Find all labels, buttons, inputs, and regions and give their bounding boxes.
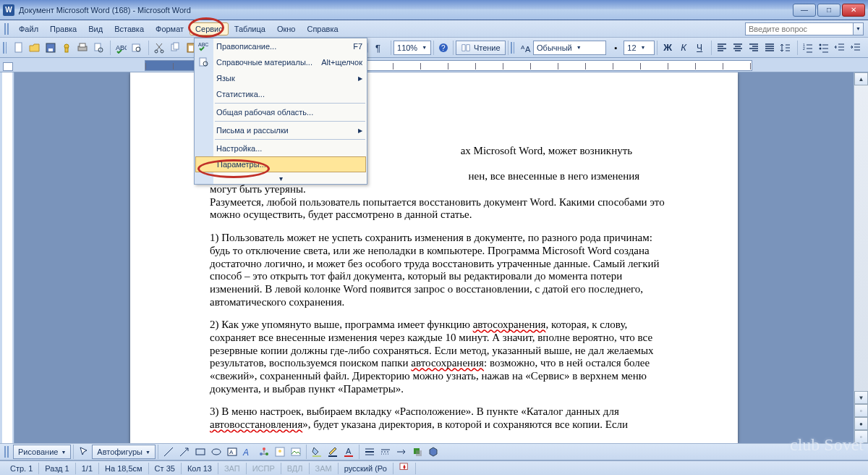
menu-options[interactable]: Параметры...	[195, 156, 366, 172]
save-icon[interactable]	[43, 40, 59, 56]
status-spellbook-icon[interactable]	[393, 463, 416, 474]
menu-research[interactable]: Справочные материалы...Alt+щелчок	[195, 54, 367, 70]
status-ovr[interactable]: ЗАМ	[310, 463, 339, 474]
toolbar-handle-icon[interactable]	[511, 42, 514, 54]
autoshapes-button[interactable]: Автофигуры▼	[92, 445, 156, 459]
svg-text:A: A	[346, 447, 352, 455]
menu-insert[interactable]: Вставка	[109, 22, 150, 35]
status-trk[interactable]: ИСПР	[247, 463, 281, 474]
menu-format[interactable]: Формат	[150, 22, 190, 35]
vertical-scrollbar[interactable]: ▲ ▼ ◦ ● ◦	[854, 72, 868, 443]
status-language[interactable]: русский (Ро	[339, 463, 393, 474]
fill-color-icon[interactable]	[309, 444, 325, 460]
browse-object-icon[interactable]: ●	[854, 417, 868, 430]
menu-wordcount[interactable]: Статистика...	[195, 86, 367, 102]
decrease-indent-icon[interactable]	[832, 40, 848, 56]
bold-icon[interactable]: Ж	[660, 40, 676, 56]
toolbar-handle-icon[interactable]	[4, 446, 9, 458]
status-rec[interactable]: ЗАП	[218, 463, 247, 474]
svg-rect-54	[312, 455, 321, 457]
rectangle-icon[interactable]	[192, 444, 208, 460]
status-ext[interactable]: ВДЛ	[281, 463, 310, 474]
arrow-style-icon[interactable]	[393, 444, 409, 460]
increase-indent-icon[interactable]	[848, 40, 864, 56]
menu-help[interactable]: Справка	[301, 22, 344, 35]
line-style-icon[interactable]	[362, 444, 378, 460]
styles-pane-icon[interactable]: AA	[519, 40, 533, 56]
help-question-input[interactable]	[745, 22, 854, 35]
research-icon[interactable]	[129, 40, 145, 56]
menu-file[interactable]: Файл	[13, 22, 44, 35]
3d-icon[interactable]	[425, 444, 441, 460]
underline-icon[interactable]: Ч	[692, 40, 707, 56]
menu-letters-mailings[interactable]: Письма и рассылки▶	[195, 122, 367, 138]
permission-icon[interactable]	[59, 40, 75, 56]
scroll-down-icon[interactable]: ▼	[854, 391, 868, 404]
zoom-select[interactable]: 110%▼	[393, 41, 431, 55]
pilcrow-icon[interactable]: ¶	[371, 40, 387, 56]
select-objects-icon[interactable]	[76, 444, 92, 460]
toolbar-handle-icon[interactable]	[3, 42, 7, 54]
tools-dropdown-menu: ABC Правописание...F7 Справочные материа…	[194, 38, 367, 185]
menu-edit[interactable]: Правка	[44, 22, 82, 35]
diagram-icon[interactable]	[256, 444, 272, 460]
status-page-count: 1/1	[76, 463, 99, 474]
vertical-ruler[interactable]	[0, 72, 14, 443]
font-name-dd-icon[interactable]: ▪	[609, 40, 622, 56]
drawing-menu-button[interactable]: Рисование▼	[13, 445, 71, 459]
chevron-down-icon[interactable]: ▼	[854, 22, 864, 35]
copy-icon[interactable]	[167, 40, 183, 56]
bullets-icon[interactable]	[816, 40, 832, 56]
wordart-icon[interactable]: A	[240, 444, 256, 460]
line-spacing-icon[interactable]	[778, 40, 793, 56]
menu-spelling[interactable]: ABC Правописание...F7	[195, 38, 367, 54]
align-right-icon[interactable]	[746, 40, 762, 56]
menu-shared-workspace[interactable]: Общая рабочая область...	[195, 104, 367, 120]
numbering-icon[interactable]: 12	[800, 40, 816, 56]
minimize-button[interactable]: —	[793, 4, 816, 17]
menu-language[interactable]: Язык▶	[195, 70, 367, 86]
print-preview-icon[interactable]	[90, 40, 106, 56]
font-color-icon[interactable]: A	[341, 444, 357, 460]
menu-customize[interactable]: Настройка...	[195, 140, 367, 156]
expand-menu-icon[interactable]: ▾	[195, 172, 367, 184]
status-column: Кол 13	[182, 463, 218, 474]
reading-layout-button[interactable]: Чтение	[456, 41, 506, 55]
font-size-select[interactable]: 12▼	[624, 41, 655, 55]
align-center-icon[interactable]	[730, 40, 746, 56]
line-icon[interactable]	[161, 444, 176, 460]
line-color-icon[interactable]	[325, 444, 341, 460]
oval-icon[interactable]	[208, 444, 224, 460]
arrow-icon[interactable]	[176, 444, 192, 460]
dash-style-icon[interactable]	[378, 444, 393, 460]
open-icon[interactable]	[27, 40, 43, 56]
toolbar-handle-icon[interactable]	[4, 23, 9, 35]
menu-table[interactable]: Таблица	[229, 22, 271, 35]
style-select[interactable]: Обычный▼	[533, 41, 606, 55]
help-icon[interactable]: ?	[436, 40, 451, 56]
help-question-box[interactable]: ▼	[745, 22, 864, 35]
svg-rect-6	[80, 43, 85, 47]
align-left-icon[interactable]	[714, 40, 730, 56]
shadow-icon[interactable]	[409, 444, 425, 460]
clipart-icon[interactable]	[272, 444, 288, 460]
menu-window[interactable]: Окно	[271, 22, 302, 35]
spelling-icon[interactable]: ABC	[113, 40, 129, 56]
next-page-icon[interactable]: ◦	[854, 430, 868, 443]
prev-page-icon[interactable]: ◦	[854, 404, 868, 417]
insert-picture-icon[interactable]	[288, 444, 304, 460]
svg-rect-17	[189, 46, 193, 51]
close-button[interactable]: ✕	[842, 4, 865, 17]
menu-view[interactable]: Вид	[82, 22, 109, 35]
paragraph: 3) В меню настроек, выбираем вкладку «Ра…	[210, 405, 665, 431]
scroll-up-icon[interactable]: ▲	[854, 72, 868, 85]
textbox-icon[interactable]: A	[224, 444, 240, 460]
italic-icon[interactable]: К	[676, 40, 692, 56]
print-icon[interactable]	[75, 40, 90, 56]
maximize-button[interactable]: □	[817, 4, 841, 17]
svg-point-52	[278, 450, 281, 453]
align-justify-icon[interactable]	[762, 40, 778, 56]
menu-tools[interactable]: Сервис	[190, 22, 229, 35]
cut-icon[interactable]	[151, 40, 167, 56]
new-doc-icon[interactable]	[11, 40, 27, 56]
